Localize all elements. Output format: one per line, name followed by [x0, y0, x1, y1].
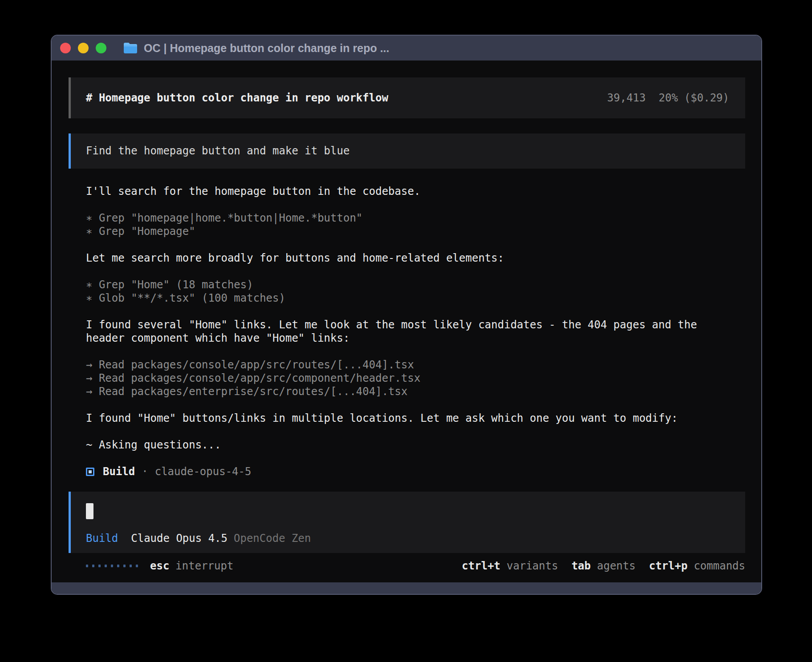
session-header: # Homepage button color change in repo w…	[69, 77, 745, 118]
folder-icon	[123, 42, 138, 54]
hint-variants: ctrl+t variants	[462, 559, 558, 573]
separator-dot: ·	[142, 465, 148, 478]
tool-call-read: → Read packages/enterprise/src/routes/[.…	[86, 385, 745, 398]
session-cost: ($0.29)	[684, 91, 729, 105]
tool-call-read: → Read packages/console/app/src/componen…	[86, 371, 745, 385]
progress-dots	[86, 565, 138, 567]
session-stats: 39,413 20% ($0.29)	[607, 91, 729, 105]
assistant-text: I found "Home" buttons/links in multiple…	[86, 412, 745, 425]
prompt-input[interactable]: Build Claude Opus 4.5 OpenCode Zen	[69, 492, 745, 553]
tool-call-grep: ∗ Grep "Homepage"	[86, 225, 745, 238]
agent-model: claude-opus-4-5	[155, 465, 252, 478]
hint-agents: tab agents	[572, 559, 636, 573]
text-cursor	[86, 503, 93, 519]
tool-call-grep: ∗ Grep "Home" (18 matches)	[86, 278, 745, 291]
key-ctrl-p: ctrl+p	[649, 559, 688, 573]
key-ctrl-t: ctrl+t	[462, 559, 500, 573]
close-button[interactable]	[60, 43, 71, 53]
key-tab: tab	[572, 559, 591, 573]
terminal-screen: # Homepage button color change in repo w…	[52, 61, 761, 582]
terminal-window: OC | Homepage button color change in rep…	[51, 35, 762, 595]
traffic-lights	[60, 43, 106, 53]
context-percentage: 20%	[658, 91, 678, 105]
input-status-line: Build Claude Opus 4.5 OpenCode Zen	[86, 532, 729, 545]
conversation: I'll search for the homepage button in t…	[86, 185, 745, 452]
status-bar: esc interrupt ctrl+t variants tab agents…	[86, 559, 745, 573]
hint-interrupt: esc interrupt	[150, 559, 233, 573]
session-title: # Homepage button color change in repo w…	[86, 91, 388, 105]
status-text: ~ Asking questions...	[86, 438, 745, 452]
agent-status-line: Build · claude-opus-4-5	[86, 465, 745, 478]
tool-call-glob: ∗ Glob "**/*.tsx" (100 matches)	[86, 291, 745, 305]
user-message-text: Find the homepage button and make it blu…	[86, 145, 349, 157]
zoom-button[interactable]	[96, 43, 106, 53]
minimize-button[interactable]	[78, 43, 89, 53]
hint-commands: ctrl+p commands	[649, 559, 745, 573]
window-titlebar[interactable]: OC | Homepage button color change in rep…	[52, 36, 761, 61]
user-message: Find the homepage button and make it blu…	[69, 133, 745, 169]
assistant-text: I'll search for the homepage button in t…	[86, 185, 745, 198]
hint-label: variants	[507, 559, 558, 573]
hint-label: agents	[597, 559, 636, 573]
assistant-text: I found several "Home" links. Let me loo…	[86, 318, 723, 345]
tool-call-read: → Read packages/console/app/src/routes/[…	[86, 358, 745, 371]
window-title: OC | Homepage button color change in rep…	[144, 42, 389, 55]
hint-label: commands	[694, 559, 745, 573]
provider-label: OpenCode Zen	[234, 532, 311, 545]
token-count: 39,413	[607, 91, 646, 105]
model-label[interactable]: Claude Opus 4.5	[131, 532, 227, 545]
assistant-text: Let me search more broadly for buttons a…	[86, 251, 745, 265]
key-esc: esc	[150, 559, 169, 573]
tool-call-grep: ∗ Grep "homepage|home.*button|Home.*butt…	[86, 211, 745, 225]
mode-label[interactable]: Build	[86, 532, 118, 545]
hint-label: interrupt	[175, 559, 233, 573]
agent-badge-icon	[86, 468, 94, 476]
agent-name: Build	[103, 465, 135, 478]
window-bottom-bar	[52, 582, 761, 594]
